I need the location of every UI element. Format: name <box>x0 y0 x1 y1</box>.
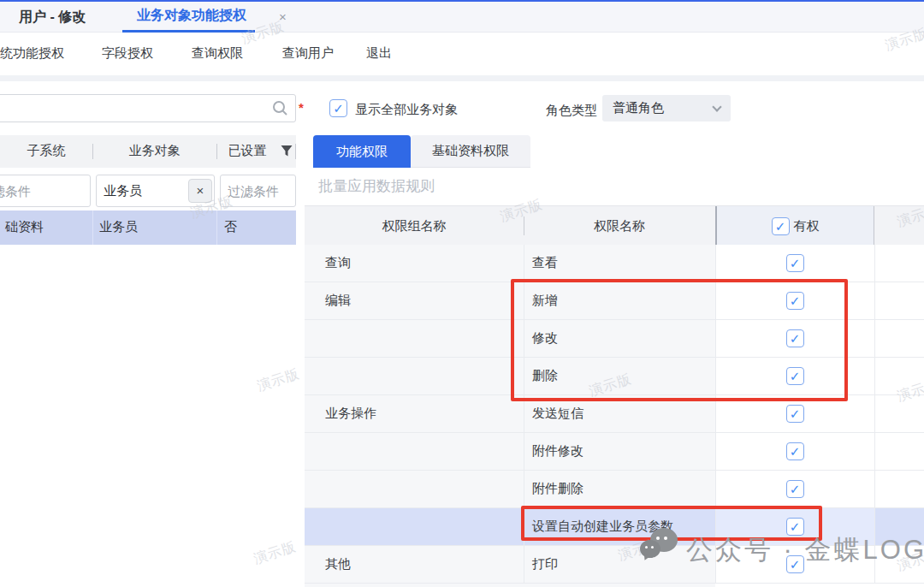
empty-cell <box>874 395 924 432</box>
role-type-select[interactable]: 普通角色 <box>602 95 731 122</box>
left-grid-selected-row[interactable]: 础资料 业务员 否 <box>0 210 296 245</box>
granted-checkbox[interactable] <box>786 254 804 272</box>
tab-business-object-auth-label: 业务对象功能授权 <box>137 7 246 25</box>
granted-checkbox[interactable] <box>786 442 804 460</box>
granted-checkbox[interactable] <box>786 292 804 310</box>
empty-cell <box>874 320 924 357</box>
show-all-checkbox[interactable] <box>329 99 347 117</box>
granted-cell <box>715 320 874 357</box>
clear-filter-icon[interactable] <box>188 179 212 203</box>
permission-group-cell: 业务操作 <box>305 395 524 432</box>
toolbar-divider <box>0 75 924 81</box>
search-box <box>0 94 296 122</box>
permission-group-cell <box>305 433 524 470</box>
watermark: 演示版 <box>252 538 299 569</box>
col-header-subsystem: 子系统 <box>0 143 92 159</box>
watermark: 演示版 <box>255 365 302 396</box>
action-toolbar: 统功能授权 字段授权 查询权限 查询用户 退出 <box>0 33 924 75</box>
granted-cell <box>715 282 874 319</box>
cell-subsystem: 础资料 <box>5 219 44 235</box>
close-icon[interactable] <box>279 10 287 23</box>
tab-base-data-permission-label: 基础资料权限 <box>432 143 509 159</box>
table-row[interactable]: 编辑 新增 <box>305 282 924 320</box>
header-divider <box>216 144 217 159</box>
granted-cell <box>715 358 874 394</box>
granted-cell <box>715 433 874 470</box>
granted-checkbox[interactable] <box>786 367 804 385</box>
tab-user-modify[interactable]: 用户 - 修改 <box>19 2 86 33</box>
permission-name-cell: 查看 <box>524 245 715 282</box>
permission-group-cell <box>305 508 524 545</box>
permission-name-cell: 修改 <box>524 320 715 357</box>
empty-cell <box>874 358 924 394</box>
col-header-business-object: 业务对象 <box>92 143 216 159</box>
app-window: 用户 - 修改 业务对象功能授权 统功能授权 字段授权 查询权限 查询用户 退出… <box>0 0 924 587</box>
header-divider <box>295 144 296 159</box>
show-all-label: 显示全部业务对象 <box>355 102 458 118</box>
chevron-down-icon <box>712 102 721 111</box>
cell-divider <box>92 210 93 245</box>
empty-cell <box>874 245 924 282</box>
column-divider <box>524 245 524 584</box>
permission-group-cell <box>305 320 524 357</box>
left-grid-header: 子系统 业务对象 已设置 <box>0 135 296 168</box>
cell-divider <box>216 210 217 245</box>
empty-cell <box>874 433 924 470</box>
document-tabstrip: 用户 - 修改 业务对象功能授权 <box>0 2 924 33</box>
permission-group-cell: 编辑 <box>305 282 524 319</box>
toolbar-item-system-auth[interactable]: 统功能授权 <box>0 45 64 62</box>
toolbar-item-field-auth[interactable]: 字段授权 <box>102 45 153 62</box>
granted-checkbox[interactable] <box>786 329 804 347</box>
permission-name-cell: 附件修改 <box>524 433 715 470</box>
permission-name-cell: 新增 <box>524 282 715 319</box>
cell-business-object: 业务员 <box>99 219 138 235</box>
col-header-permission-name: 权限名称 <box>524 218 715 234</box>
filter-funnel-icon[interactable] <box>281 145 293 157</box>
search-input[interactable] <box>0 95 247 122</box>
wechat-icon <box>640 528 681 564</box>
granted-cell <box>715 245 874 282</box>
permissions-table-header: 权限组名称 权限名称 有权 <box>305 205 924 245</box>
search-icon[interactable] <box>272 100 288 116</box>
col-header-permission-group: 权限组名称 <box>305 218 524 234</box>
batch-apply-rules-button[interactable]: 批量应用数据规则 <box>318 176 435 196</box>
permission-name-cell: 发送短信 <box>524 395 715 432</box>
permission-name-cell: 附件删除 <box>524 471 715 507</box>
granted-cell <box>715 471 874 507</box>
toolbar-item-exit[interactable]: 退出 <box>366 45 392 62</box>
table-row[interactable]: 附件删除 <box>305 471 924 508</box>
header-divider <box>92 144 93 159</box>
granted-cell <box>715 395 874 432</box>
table-row[interactable]: 附件修改 <box>305 433 924 471</box>
table-row[interactable]: 修改 <box>305 320 924 358</box>
tab-base-data-permission[interactable]: 基础资料权限 <box>411 135 530 168</box>
empty-cell <box>874 282 924 319</box>
next-row-sliver <box>305 584 715 587</box>
tab-user-modify-label: 用户 - 修改 <box>19 9 86 27</box>
col-header-granted: 有权 <box>715 206 874 246</box>
granted-checkbox[interactable] <box>786 405 804 423</box>
permission-group-cell: 查询 <box>305 245 524 282</box>
subsystem-filter-input[interactable] <box>0 175 91 207</box>
role-type-label: 角色类型 <box>546 103 597 119</box>
toolbar-item-query-user[interactable]: 查询用户 <box>282 45 334 62</box>
tab-function-permission-label: 功能权限 <box>336 144 388 160</box>
empty-cell <box>874 471 924 507</box>
granted-select-all-checkbox[interactable] <box>772 217 790 235</box>
tab-business-object-auth[interactable]: 业务对象功能授权 <box>122 2 255 33</box>
table-row[interactable]: 业务操作 发送短信 <box>305 395 924 433</box>
permission-group-cell <box>305 471 524 507</box>
permission-name-cell: 删除 <box>524 358 715 394</box>
is-set-filter-input[interactable] <box>220 175 296 207</box>
required-mark: * <box>299 100 304 115</box>
table-row[interactable]: 删除 <box>305 358 924 395</box>
col-header-granted-label: 有权 <box>794 218 820 234</box>
permission-group-cell: 其他 <box>305 546 524 583</box>
granted-checkbox[interactable] <box>786 480 804 498</box>
tab-function-permission[interactable]: 功能权限 <box>313 135 411 168</box>
col-header-is-set: 已设置 <box>221 143 274 159</box>
toolbar-item-query-perm[interactable]: 查询权限 <box>192 45 243 62</box>
permission-group-cell <box>305 358 524 394</box>
wechat-account-label: 公众号 · 金蝶LOG <box>686 532 924 568</box>
table-row[interactable]: 查询 查看 <box>305 245 924 282</box>
